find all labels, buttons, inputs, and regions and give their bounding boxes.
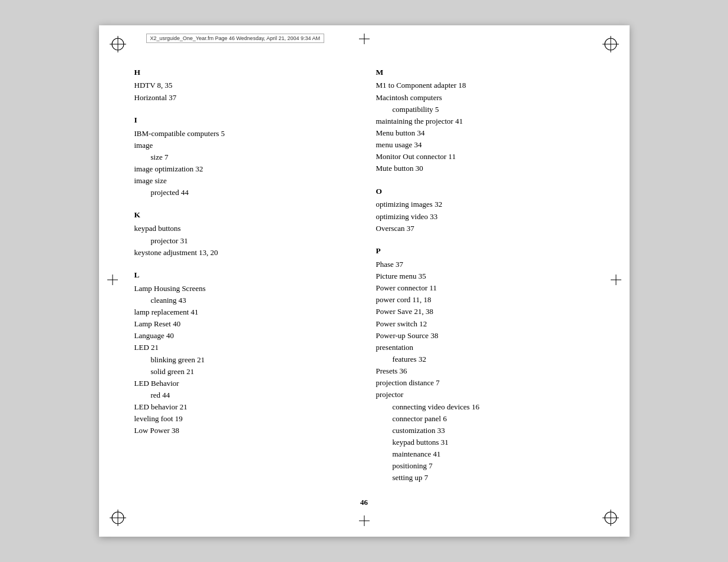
reg-mark-tr: [602, 36, 619, 52]
index-entry: maintaining the projector 41: [376, 115, 594, 127]
index-entry: Power Save 21, 38: [376, 306, 594, 318]
index-entry: Power-up Source 38: [376, 330, 594, 342]
file-info: X2_usrguide_One_Year.fm Page 46 Wednesda…: [146, 34, 325, 43]
index-entry: Low Power 38: [134, 425, 353, 437]
index-entry: Monitor Out connector 11: [376, 151, 594, 163]
index-entry: connecting video devices 16: [376, 401, 594, 413]
index-entry: positioning 7: [376, 460, 594, 472]
index-entry: projector: [376, 389, 594, 401]
index-entry: Phase 37: [376, 259, 594, 270]
index-entry: image: [134, 140, 353, 151]
index-entry: HDTV 8, 35: [134, 80, 353, 91]
section-letter-h: H: [134, 67, 353, 79]
index-entry: presentation: [376, 342, 594, 353]
index-entry: image optimization 32: [134, 163, 353, 175]
reg-mark-br: [602, 510, 619, 526]
index-entry: M1 to Component adapter 18: [376, 80, 594, 91]
right-column: MM1 to Component adapter 18Macintosh com…: [376, 67, 594, 484]
index-entry: projector 31: [134, 235, 353, 247]
index-entry: Lamp Housing Screens: [134, 283, 353, 295]
index-entry: lamp replacement 41: [134, 306, 353, 318]
index-entry: cleaning 43: [134, 295, 353, 306]
index-entry: LED Behavior: [134, 378, 353, 389]
index-entry: projected 44: [134, 187, 353, 199]
index-entry: customization 33: [376, 425, 594, 437]
index-entry: image size: [134, 175, 353, 187]
index-entry: optimizing images 32: [376, 199, 594, 210]
index-entry: Power connector 11: [376, 282, 594, 294]
index-entry: Presets 36: [376, 365, 594, 377]
cross-right: [611, 275, 621, 287]
index-entry: leveling foot 19: [134, 413, 353, 425]
index-entry: features 32: [376, 353, 594, 365]
index-entry: Mute button 30: [376, 163, 594, 174]
content-area: HHDTV 8, 35Horizontal 37IIBM-compatible …: [134, 67, 594, 484]
index-entry: compatibility 5: [376, 104, 594, 115]
index-entry: Lamp Reset 40: [134, 318, 353, 330]
page: X2_usrguide_One_Year.fm Page 46 Wednesda…: [99, 25, 630, 537]
index-entry: keypad buttons 31: [376, 437, 594, 448]
page-number: 46: [134, 498, 594, 507]
index-entry: maintenance 41: [376, 448, 594, 460]
index-entry: Menu button 34: [376, 127, 594, 139]
index-entry: Horizontal 37: [134, 92, 353, 104]
cross-top: [359, 34, 370, 47]
index-entry: Macintosh computers: [376, 92, 594, 104]
index-entry: blinking green 21: [134, 354, 353, 366]
index-entry: LED 21: [134, 342, 353, 353]
section-letter-p: P: [376, 245, 594, 257]
index-entry: keypad buttons: [134, 223, 353, 234]
index-entry: solid green 21: [134, 366, 353, 378]
index-entry: menu usage 34: [376, 139, 594, 151]
section-letter-m: M: [376, 67, 594, 79]
index-entry: Overscan 37: [376, 223, 594, 234]
reg-mark-bl: [110, 510, 126, 526]
index-entry: IBM-compatible computers 5: [134, 128, 353, 140]
index-entry: optimizing video 33: [376, 211, 594, 223]
section-letter-o: O: [376, 186, 594, 198]
index-entry: setting up 7: [376, 472, 594, 484]
index-entry: Picture menu 35: [376, 270, 594, 282]
section-letter-l: L: [134, 269, 353, 282]
index-entry: size 7: [134, 151, 353, 163]
index-entry: projection distance 7: [376, 377, 594, 389]
left-column: HHDTV 8, 35Horizontal 37IIBM-compatible …: [134, 67, 353, 484]
index-entry: connector panel 6: [376, 413, 594, 425]
index-entry: LED behavior 21: [134, 401, 353, 413]
reg-mark-tl: [110, 36, 126, 52]
index-entry: power cord 11, 18: [376, 294, 594, 306]
section-letter-i: I: [134, 114, 353, 127]
cross-bottom: [359, 515, 370, 528]
index-entry: Power switch 12: [376, 318, 594, 330]
cross-left: [107, 275, 118, 287]
index-entry: red 44: [134, 389, 353, 401]
section-letter-k: K: [134, 209, 353, 222]
index-entry: keystone adjustment 13, 20: [134, 247, 353, 259]
index-entry: Language 40: [134, 330, 353, 342]
